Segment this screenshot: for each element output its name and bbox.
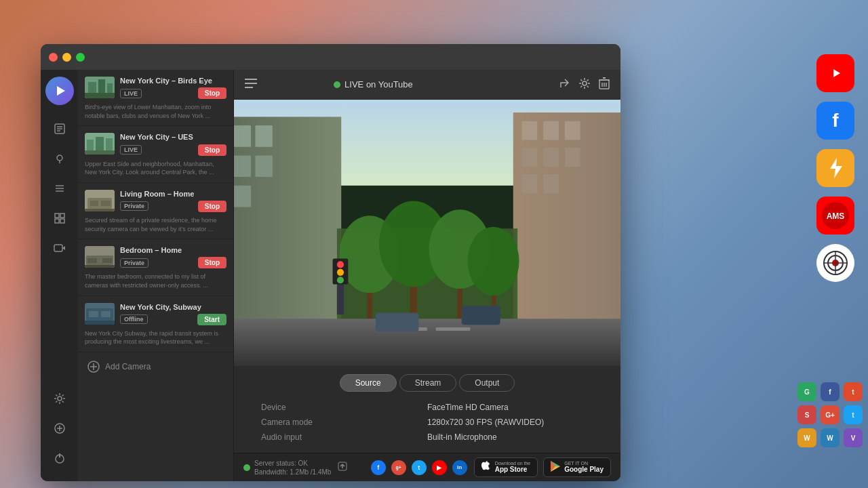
social-facebook[interactable]: f — [371, 460, 386, 475]
nav-item-video[interactable] — [47, 235, 73, 261]
svg-rect-104 — [376, 312, 418, 331]
nav-item-settings[interactable] — [47, 386, 73, 411]
camera-item-nyc-ues[interactable]: New York City – UES LIVE Stop Upper East… — [78, 126, 233, 182]
svg-rect-53 — [102, 258, 112, 263]
audio-input-label: Audio input — [261, 432, 427, 442]
maximize-button[interactable] — [76, 53, 85, 62]
svg-rect-83 — [513, 113, 620, 340]
nav-item-list[interactable] — [47, 176, 73, 201]
app-window: New York City – Birds Eye LIVE Stop Bird… — [41, 44, 620, 481]
delete-icon[interactable] — [599, 77, 610, 92]
street-scene — [234, 100, 620, 366]
tab-row: Source Stream Output — [248, 374, 607, 392]
settings-icon[interactable] — [578, 77, 591, 92]
ams-desktop-icon[interactable]: AMS — [816, 197, 854, 235]
social-google-plus[interactable]: g+ — [391, 460, 406, 475]
camera-item-subway[interactable]: New York City, Subway Offline Start New … — [78, 296, 233, 352]
app-store-text: Download on the App Store — [495, 461, 531, 474]
svg-rect-49 — [85, 209, 115, 211]
nav-item-book[interactable] — [47, 116, 73, 142]
camera-name-5: New York City, Subway — [120, 303, 226, 312]
nav-power-button[interactable] — [47, 445, 73, 471]
svg-point-66 — [583, 81, 587, 85]
youtube-desktop-icon[interactable] — [816, 54, 854, 92]
svg-rect-88 — [543, 148, 559, 167]
nav-item-grid[interactable] — [47, 205, 73, 231]
small-icon-9[interactable]: V — [844, 428, 863, 447]
svg-rect-59 — [85, 321, 115, 325]
google-play-name: Google Play — [564, 466, 604, 474]
camera-thumb-1 — [85, 77, 115, 98]
lightning-desktop-icon[interactable] — [816, 149, 854, 187]
app-store-button[interactable]: Download on the App Store — [474, 458, 538, 477]
app-logo[interactable] — [45, 77, 74, 105]
minimize-button[interactable] — [62, 53, 71, 62]
small-icon-1[interactable]: G — [797, 382, 816, 401]
sidebar-nav — [41, 70, 78, 481]
facebook-desktop-icon[interactable]: f — [816, 102, 854, 140]
stop-button-3[interactable]: Stop — [198, 201, 226, 212]
svg-rect-38 — [107, 83, 113, 94]
svg-rect-39 — [85, 93, 115, 98]
svg-point-18 — [57, 155, 62, 161]
device-label: Device — [261, 403, 427, 412]
camera-item-nyc-birds-eye[interactable]: New York City – Birds Eye LIVE Stop Bird… — [78, 70, 233, 126]
camera-desc-1: Bird's-eye view of Lower Manhattan, zoom… — [85, 103, 226, 120]
svg-rect-85 — [543, 121, 559, 140]
start-button-5[interactable]: Start — [197, 314, 226, 325]
nav-item-location[interactable] — [47, 146, 73, 171]
camera-mode-label: Camera mode — [261, 418, 427, 427]
menu-icon[interactable] — [245, 79, 257, 91]
small-icon-7[interactable]: W — [797, 428, 816, 447]
camera-name-2: New York City – UES — [120, 133, 226, 142]
stop-button-1[interactable]: Stop — [198, 87, 226, 99]
svg-rect-105 — [462, 306, 500, 325]
svg-rect-43 — [106, 138, 113, 152]
camera-thumb-4 — [85, 246, 115, 268]
svg-point-109 — [337, 269, 344, 276]
add-camera-label: Add Camera — [105, 362, 151, 371]
svg-rect-79 — [234, 155, 251, 177]
camera-item-living-room[interactable]: Living Room – Home Private Stop Secured … — [78, 183, 233, 239]
small-icon-6[interactable]: t — [844, 405, 863, 424]
small-icon-5[interactable]: G+ — [821, 405, 840, 424]
camera-thumb-2 — [85, 133, 115, 155]
small-icon-2[interactable]: f — [821, 382, 840, 401]
small-icon-3[interactable]: t — [844, 382, 863, 401]
camera-info-2: New York City – UES LIVE Stop — [120, 133, 226, 155]
svg-rect-77 — [255, 125, 272, 147]
device-value: FaceTime HD Camera — [427, 403, 593, 412]
social-twitter[interactable]: t — [412, 460, 427, 475]
live-indicator: LIVE on YouTube — [334, 79, 413, 89]
app-footer: Server status: OK Bandwidth: 1.2Mb /1.4M… — [234, 453, 620, 481]
svg-rect-41 — [87, 140, 94, 152]
svg-rect-80 — [255, 155, 272, 177]
svg-rect-25 — [55, 219, 59, 223]
nav-item-add[interactable] — [47, 415, 73, 441]
stop-button-4[interactable]: Stop — [198, 257, 226, 268]
svg-rect-52 — [87, 258, 97, 263]
tab-stream[interactable]: Stream — [399, 374, 457, 392]
target-desktop-icon[interactable] — [816, 244, 854, 282]
svg-rect-54 — [85, 265, 115, 268]
close-button[interactable] — [49, 53, 58, 62]
live-dot — [334, 81, 340, 88]
source-info: Device FaceTime HD Camera Camera mode 12… — [248, 403, 607, 442]
add-camera-button[interactable]: Add Camera — [78, 352, 233, 381]
small-icon-4[interactable]: S — [797, 405, 816, 424]
tab-output[interactable]: Output — [459, 374, 515, 392]
google-play-button[interactable]: GET IT ON Google Play — [543, 458, 611, 477]
svg-point-110 — [337, 277, 344, 283]
tab-source[interactable]: Source — [340, 374, 397, 392]
main-content: LIVE on YouTube — [234, 70, 620, 481]
social-linkedin[interactable]: in — [452, 460, 467, 475]
status-badge-2: LIVE — [120, 145, 142, 155]
stop-button-2[interactable]: Stop — [198, 144, 226, 156]
svg-rect-44 — [85, 150, 115, 155]
share-icon[interactable] — [558, 77, 570, 92]
small-icon-8[interactable]: W — [821, 428, 840, 447]
server-status: Server status: OK Bandwidth: 1.2Mb /1.4M… — [243, 459, 364, 476]
svg-rect-89 — [565, 148, 580, 167]
social-youtube[interactable]: ▶ — [432, 460, 447, 475]
camera-item-bedroom[interactable]: Bedroom – Home Private Stop The master b… — [78, 239, 233, 296]
